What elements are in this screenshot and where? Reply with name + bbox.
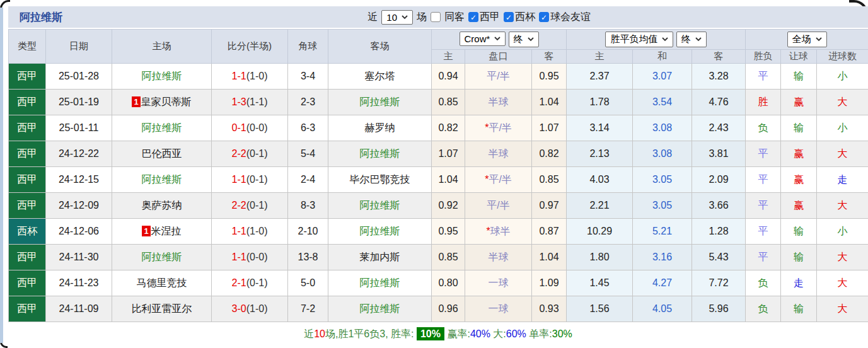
stats-panel: 阿拉维斯 近 10 场 同客 ✓ 西甲 ✓ 西杯 ✓ 球会友谊 bbox=[8, 6, 868, 341]
match-count-select[interactable]: 10 bbox=[381, 10, 413, 25]
let-ball-cell: 赢 bbox=[781, 141, 817, 167]
date-cell: 24-12-06 bbox=[46, 219, 112, 245]
odds-win-value: 40% bbox=[470, 328, 490, 339]
result-cell: 平 bbox=[746, 167, 781, 193]
home-team-cell[interactable]: 阿拉维斯 bbox=[112, 64, 212, 90]
single-value: 30% bbox=[552, 328, 572, 339]
corners-cell: 6-3 bbox=[288, 115, 328, 141]
az-away-odds-cell: 1.04 bbox=[532, 90, 567, 115]
footer-summary: 场,胜1平6负3, 胜率: bbox=[325, 328, 414, 339]
goals-cell: 小 bbox=[817, 64, 868, 90]
home-team-cell[interactable]: 马德里竞技 bbox=[112, 270, 212, 296]
away-team-cell[interactable]: 阿拉维斯 bbox=[328, 141, 432, 167]
score-cell: 2-1(0-1) bbox=[212, 270, 288, 296]
eu-home-odds-cell: 10.29 bbox=[567, 219, 633, 245]
home-team-cell[interactable]: 1皇家贝蒂斯 bbox=[112, 90, 212, 115]
away-team-cell[interactable]: 塞尔塔 bbox=[328, 64, 432, 90]
eu-draw-odds-cell: 5.21 bbox=[633, 219, 692, 245]
sub-az-handicap: 盘口 bbox=[465, 50, 532, 64]
az-home-odds-cell: 0.95 bbox=[432, 219, 465, 245]
eu-away-odds-cell: 2.43 bbox=[692, 115, 746, 141]
eu-home-odds-cell: 1.45 bbox=[567, 270, 633, 296]
date-cell: 24-12-15 bbox=[46, 167, 112, 193]
away-team-cell[interactable]: 赫罗纳 bbox=[328, 115, 432, 141]
chevron-down-icon bbox=[695, 37, 702, 42]
eu-away-odds-cell: 1.28 bbox=[692, 219, 746, 245]
same-away-checkbox[interactable] bbox=[431, 12, 441, 22]
page-title: 阿拉维斯 bbox=[20, 10, 62, 25]
home-team-cell[interactable]: 阿拉维斯 bbox=[112, 245, 212, 270]
goals-cell: 大 bbox=[817, 245, 868, 270]
home-team-cell[interactable]: 1米涅拉 bbox=[112, 219, 212, 245]
away-team-cell[interactable]: 阿拉维斯 bbox=[328, 193, 432, 219]
goals-cell: 走 bbox=[817, 167, 868, 193]
away-team-cell[interactable]: 阿拉维斯 bbox=[328, 90, 432, 115]
score-cell: 1-3(1-1) bbox=[212, 90, 288, 115]
home-team-cell[interactable]: 奥萨苏纳 bbox=[112, 193, 212, 219]
score-cell: 3-0(1-0) bbox=[212, 296, 288, 322]
score-cell: 2-2(0-1) bbox=[212, 193, 288, 219]
eu-draw-odds-cell: 3.05 bbox=[633, 167, 692, 193]
away-team-cell[interactable]: 毕尔巴鄂竞技 bbox=[328, 167, 432, 193]
az-home-odds-cell: 1.07 bbox=[432, 141, 465, 167]
handicap-cell: 半球 bbox=[465, 90, 532, 115]
euro-type-select[interactable]: 胜平负均值 bbox=[605, 32, 673, 47]
home-team-cell[interactable]: 巴伦西亚 bbox=[112, 141, 212, 167]
date-cell: 25-01-19 bbox=[46, 90, 112, 115]
league-cell: 西甲 bbox=[9, 115, 46, 141]
filter-controls: 近 10 场 同客 ✓ 西甲 ✓ 西杯 ✓ 球会友谊 bbox=[367, 10, 591, 25]
date-cell: 25-01-11 bbox=[46, 115, 112, 141]
eu-away-odds-cell: 4.76 bbox=[692, 90, 746, 115]
az-away-odds-cell: 0.97 bbox=[532, 193, 567, 219]
az-away-odds-cell: 0.87 bbox=[532, 219, 567, 245]
table-row: 西甲25-01-191皇家贝蒂斯1-3(1-1)2-3阿拉维斯0.85半球1.0… bbox=[9, 90, 868, 115]
eu-home-odds-cell: 1.80 bbox=[567, 245, 633, 270]
copa-checkbox[interactable]: ✓ bbox=[504, 12, 514, 22]
league-cell: 西甲 bbox=[9, 193, 46, 219]
eu-home-odds-cell: 4.03 bbox=[567, 167, 633, 193]
home-team-cell[interactable]: 比利亚雷亚尔 bbox=[112, 296, 212, 322]
handicap-cell: *平/半 bbox=[465, 115, 532, 141]
chevron-down-icon bbox=[662, 37, 668, 42]
corners-cell: 13-8 bbox=[288, 245, 328, 270]
az-home-odds-cell: 0.92 bbox=[432, 193, 465, 219]
match-history-table: 类型 日期 主场 比分(半场) 角球 客场 Crow* 终 胜平负均值 终 全场 bbox=[8, 29, 868, 322]
let-ball-cell: 赢 bbox=[781, 167, 817, 193]
home-team-cell[interactable]: 阿拉维斯 bbox=[112, 115, 212, 141]
eu-home-odds-cell: 1.56 bbox=[567, 296, 633, 322]
league-cell: 西甲 bbox=[9, 167, 46, 193]
away-team-cell[interactable]: 阿拉维斯 bbox=[328, 270, 432, 296]
near-label: 近 bbox=[367, 11, 378, 24]
laliga-label: 西甲 bbox=[480, 11, 500, 24]
same-away-label: 同客 bbox=[444, 11, 465, 24]
handicap-cell: *平/半 bbox=[465, 167, 532, 193]
az-away-odds-cell: 0.93 bbox=[532, 296, 567, 322]
away-team-cell[interactable]: 阿拉维斯 bbox=[328, 219, 432, 245]
eu-draw-odds-cell: 3.07 bbox=[633, 64, 692, 90]
eu-away-odds-cell: 5.96 bbox=[692, 296, 746, 322]
result-cell: 平 bbox=[746, 141, 781, 167]
bookmaker-select[interactable]: Crow* bbox=[460, 32, 506, 46]
euro-time-select[interactable]: 终 bbox=[676, 32, 707, 47]
table-row: 西甲24-12-09奥萨苏纳2-2(0-1)8-3阿拉维斯0.92平/半0.97… bbox=[9, 193, 868, 219]
eu-away-odds-cell: 5.43 bbox=[692, 245, 746, 270]
table-row: 西甲24-11-23马德里竞技2-1(0-1)5-0阿拉维斯0.80一球1.09… bbox=[9, 270, 868, 296]
summary-footer: 近10场,胜1平6负3, 胜率: 10% 赢率:40% 大:60% 单率:30% bbox=[8, 322, 868, 341]
eu-draw-odds-cell: 3.54 bbox=[633, 90, 692, 115]
corners-cell: 2-10 bbox=[288, 219, 328, 245]
score-cell: 1-1(0-0) bbox=[212, 245, 288, 270]
sub-result: 胜负 bbox=[746, 50, 781, 64]
home-team-cell[interactable]: 阿拉维斯 bbox=[112, 167, 212, 193]
friendly-checkbox[interactable]: ✓ bbox=[539, 12, 549, 22]
score-cell: 2-2(0-1) bbox=[212, 141, 288, 167]
away-team-cell[interactable]: 阿拉维斯 bbox=[328, 296, 432, 322]
date-cell: 24-12-22 bbox=[46, 141, 112, 167]
period-select[interactable]: 全场 bbox=[787, 32, 827, 47]
col-corners: 角球 bbox=[288, 30, 328, 64]
asian-time-select[interactable]: 终 bbox=[509, 32, 539, 47]
corners-cell: 5-4 bbox=[288, 141, 328, 167]
away-team-cell[interactable]: 莱加内斯 bbox=[328, 245, 432, 270]
eu-home-odds-cell: 1.78 bbox=[567, 90, 633, 115]
sub-eu-away: 客 bbox=[692, 50, 746, 64]
laliga-checkbox[interactable]: ✓ bbox=[468, 12, 478, 22]
